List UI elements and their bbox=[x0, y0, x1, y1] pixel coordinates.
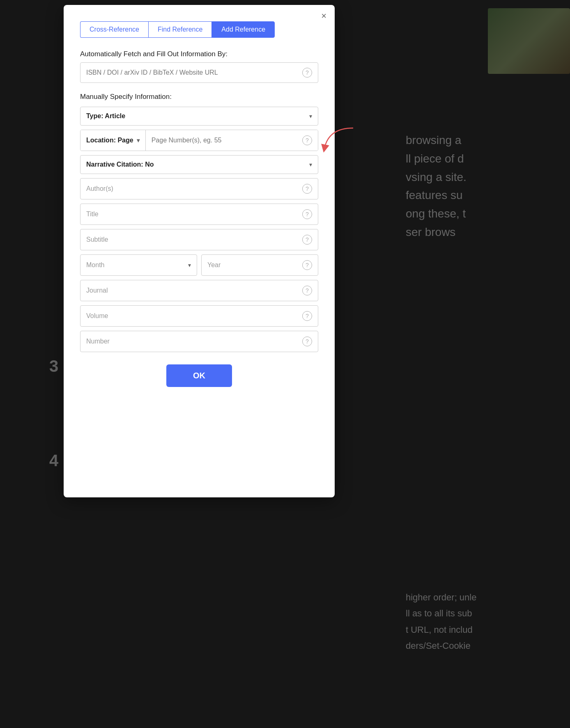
journal-input[interactable] bbox=[86, 287, 302, 294]
journal-help-icon[interactable]: ? bbox=[302, 286, 312, 295]
year-help-icon[interactable]: ? bbox=[302, 260, 312, 270]
auto-fetch-label: Automatically Fetch and Fill Out Informa… bbox=[80, 50, 318, 58]
tab-find-reference[interactable]: Find Reference bbox=[148, 21, 212, 38]
narrative-dropdown-arrow[interactable]: ▾ bbox=[309, 161, 312, 168]
location-input[interactable] bbox=[152, 137, 302, 144]
title-input[interactable] bbox=[86, 211, 302, 218]
type-label: Type: Article bbox=[86, 112, 309, 120]
close-button[interactable]: × bbox=[321, 11, 326, 21]
journal-field[interactable]: ? bbox=[80, 280, 318, 301]
volume-input[interactable] bbox=[86, 312, 302, 320]
auto-fetch-field[interactable]: ? bbox=[80, 62, 318, 83]
authors-field[interactable]: ? bbox=[80, 178, 318, 199]
narrative-label: Narrative Citation: No bbox=[86, 161, 309, 168]
auto-fetch-help-icon[interactable]: ? bbox=[302, 68, 312, 78]
location-input-part[interactable]: ? bbox=[146, 130, 318, 151]
month-input[interactable] bbox=[86, 261, 188, 269]
ok-button[interactable]: OK bbox=[166, 364, 232, 387]
year-field[interactable]: ? bbox=[201, 254, 318, 276]
month-dropdown-arrow[interactable]: ▾ bbox=[188, 262, 191, 268]
type-dropdown-arrow[interactable]: ▾ bbox=[309, 113, 312, 119]
type-field[interactable]: Type: Article ▾ bbox=[80, 107, 318, 126]
year-input[interactable] bbox=[207, 261, 302, 269]
location-row: Location: Page ▾ ? bbox=[80, 130, 318, 151]
tab-bar: Cross-Reference Find Reference Add Refer… bbox=[80, 21, 318, 38]
number-help-icon[interactable]: ? bbox=[302, 337, 312, 346]
tab-cross-reference[interactable]: Cross-Reference bbox=[80, 21, 148, 38]
narrative-field[interactable]: Narrative Citation: No ▾ bbox=[80, 155, 318, 174]
month-year-row: ▾ ? bbox=[80, 254, 318, 276]
location-help-icon[interactable]: ? bbox=[302, 135, 312, 145]
authors-help-icon[interactable]: ? bbox=[302, 184, 312, 194]
subtitle-input[interactable] bbox=[86, 236, 302, 243]
tab-add-reference[interactable]: Add Reference bbox=[212, 21, 275, 38]
volume-field[interactable]: ? bbox=[80, 305, 318, 327]
subtitle-field[interactable]: ? bbox=[80, 229, 318, 250]
number-input[interactable] bbox=[86, 338, 302, 345]
volume-help-icon[interactable]: ? bbox=[302, 311, 312, 321]
location-label[interactable]: Location: Page ▾ bbox=[80, 130, 146, 151]
auto-fetch-input[interactable] bbox=[86, 69, 302, 76]
subtitle-help-icon[interactable]: ? bbox=[302, 235, 312, 245]
authors-input[interactable] bbox=[86, 185, 302, 192]
location-text: Location: Page bbox=[86, 137, 133, 144]
title-field[interactable]: ? bbox=[80, 204, 318, 225]
modal-dialog: × Cross-Reference Find Reference Add Ref… bbox=[64, 5, 335, 497]
manual-label: Manually Specify Information: bbox=[80, 93, 318, 101]
number-field[interactable]: ? bbox=[80, 331, 318, 352]
location-row-wrapper: Location: Page ▾ ? bbox=[80, 130, 318, 151]
month-field[interactable]: ▾ bbox=[80, 254, 197, 276]
location-dropdown-arrow[interactable]: ▾ bbox=[137, 137, 140, 144]
title-help-icon[interactable]: ? bbox=[302, 209, 312, 219]
arrow-annotation bbox=[320, 124, 357, 157]
